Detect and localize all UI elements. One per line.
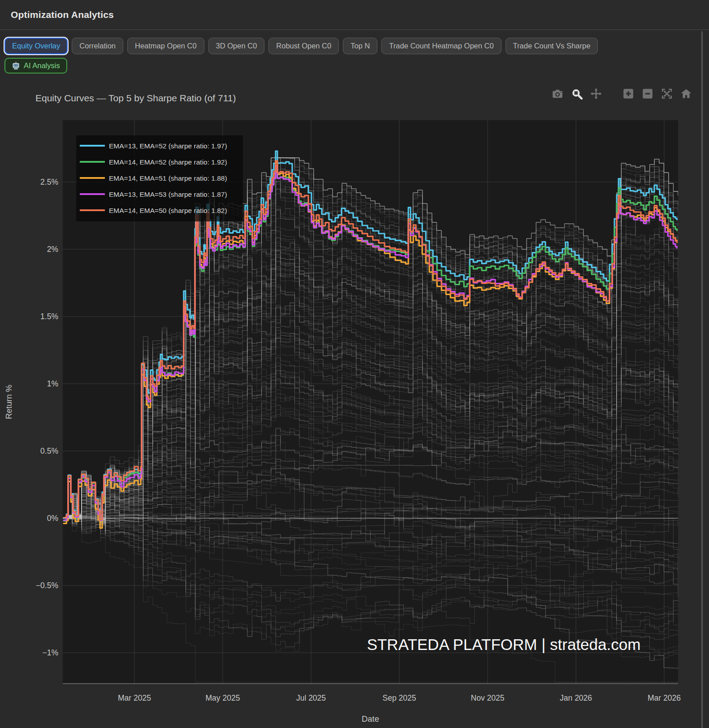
x-axis-title: Date xyxy=(362,714,379,724)
page-title: Optimization Analytics xyxy=(11,9,114,20)
tab-3d-open-c0[interactable]: 3D Open C0 xyxy=(208,38,265,54)
tab-equity-overlay[interactable]: Equity Overlay xyxy=(4,38,68,54)
legend-label: EMA=13, EMA=52 (sharpe ratio: 1.97) xyxy=(109,142,227,150)
x-tick-label: Sep 2025 xyxy=(383,693,416,702)
y-tick-label: 1% xyxy=(47,379,58,388)
legend-label: EMA=14, EMA=52 (sharpe ratio: 1.92) xyxy=(109,158,227,166)
y-tick-label: 2% xyxy=(47,245,58,254)
page-header: Optimization Analytics xyxy=(0,0,709,30)
x-tick-label: Mar 2025 xyxy=(118,693,151,702)
y-tick-label: −1% xyxy=(42,648,58,657)
x-tick-label: Mar 2026 xyxy=(648,693,681,702)
y-tick-label: 2.5% xyxy=(40,178,58,186)
tab-top-n[interactable]: Top N xyxy=(343,38,377,54)
x-tick-label: May 2025 xyxy=(206,693,240,702)
chart-legend: EMA=13, EMA=52 (sharpe ratio: 1.97)EMA=1… xyxy=(76,135,243,221)
tab-robust-open-c0[interactable]: Robust Open C0 xyxy=(268,38,339,54)
x-tick-label: Jul 2025 xyxy=(296,693,326,702)
robot-icon xyxy=(12,61,20,70)
y-tick-label: 0.5% xyxy=(40,446,58,455)
tab-correlation[interactable]: Correlation xyxy=(72,38,123,54)
legend-label: EMA=14, EMA=50 (sharpe ratio: 1.82) xyxy=(109,207,227,214)
y-tick-label: 1.5% xyxy=(40,312,58,321)
x-tick-label: Nov 2025 xyxy=(471,693,505,702)
y-tick-label: 0% xyxy=(47,514,58,523)
scrollbar[interactable] xyxy=(701,31,703,728)
equity-overlay-chart: 2.5%2%1.5%1%0.5%0%−0.5%−1%Mar 2025May 20… xyxy=(0,76,709,728)
ai-analysis-label: AI Analysis xyxy=(24,61,60,70)
x-tick-label: Jan 2026 xyxy=(560,693,592,702)
optimization-analytics-page: Optimization Analytics Equity Overlay Co… xyxy=(0,0,709,728)
watermark: STRATEDA PLATFORM | strateda.com xyxy=(367,636,641,653)
watermark-text: STRATEDA PLATFORM | strateda.com xyxy=(367,636,641,653)
ai-analysis-row: AI Analysis xyxy=(4,58,67,74)
tab-trade-count-heatmap-open-c0[interactable]: Trade Count Heatmap Open C0 xyxy=(381,38,501,54)
y-axis-title: Return % xyxy=(4,385,13,419)
tab-trade-count-vs-sharpe[interactable]: Trade Count Vs Sharpe xyxy=(506,38,598,54)
legend-label: EMA=14, EMA=51 (sharpe ratio: 1.88) xyxy=(109,174,227,182)
y-tick-label: −0.5% xyxy=(36,581,58,590)
legend-label: EMA=13, EMA=53 (sharpe ratio: 1.87) xyxy=(109,191,227,198)
tab-heatmap-open-c0[interactable]: Heatmap Open C0 xyxy=(127,38,204,54)
ai-analysis-button[interactable]: AI Analysis xyxy=(4,58,67,74)
tab-bar: Equity Overlay Correlation Heatmap Open … xyxy=(4,38,598,54)
